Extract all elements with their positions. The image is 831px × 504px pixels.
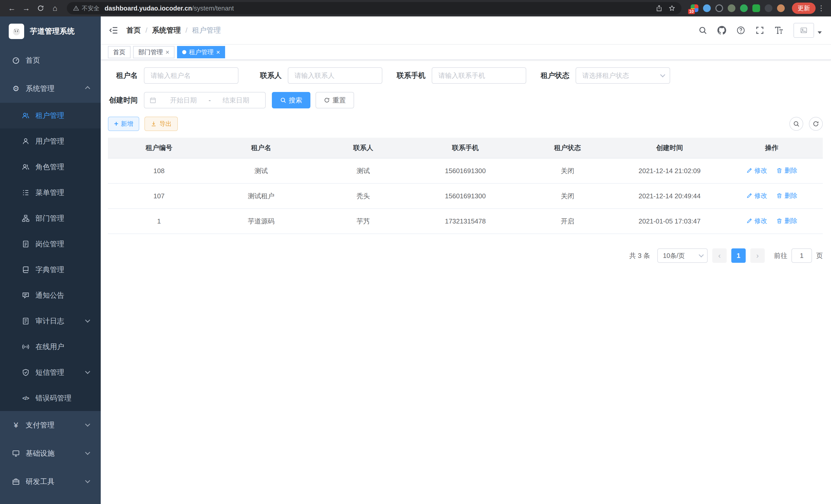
close-icon[interactable]: × — [166, 49, 169, 56]
contact-label: 联系人 — [252, 71, 282, 80]
sidebar-item-user[interactable]: 用户管理 — [0, 128, 101, 154]
extension-icon[interactable] — [740, 4, 748, 12]
header-search-icon[interactable] — [698, 26, 707, 35]
bookmark-star-icon[interactable] — [668, 5, 675, 11]
extension-icon[interactable]: 10 — [691, 4, 698, 12]
extension-badge: 10 — [688, 9, 695, 14]
page-number-button[interactable]: 1 — [731, 248, 746, 263]
add-button[interactable]: + 新增 — [108, 117, 139, 131]
home-icon[interactable]: ⌂ — [48, 2, 62, 15]
sidebar-item-menu[interactable]: 菜单管理 — [0, 180, 101, 206]
github-icon[interactable] — [717, 26, 726, 35]
avatar — [794, 23, 814, 38]
sidebar-item-audit-log[interactable]: 审计日志 — [0, 308, 101, 334]
table-row: 108 测试 测试 15601691300 关闭 2021-12-14 21:0… — [108, 158, 823, 183]
toggle-search-button[interactable] — [790, 117, 803, 131]
close-icon[interactable]: × — [216, 49, 220, 56]
sidebar-item-dev-tools[interactable]: 研发工具 — [0, 468, 101, 496]
extension-icon[interactable] — [728, 4, 736, 12]
extension-icon[interactable] — [765, 4, 772, 12]
edit-link[interactable]: 修改 — [746, 216, 767, 225]
cell-status: 关闭 — [516, 158, 619, 183]
breadcrumb-item[interactable]: 首页 — [126, 25, 141, 35]
reload-icon[interactable] — [34, 2, 47, 15]
security-status[interactable]: 不安全 — [73, 4, 99, 12]
extension-icon[interactable] — [715, 4, 723, 12]
pagination-total: 共 3 条 — [629, 251, 650, 260]
sidebar-item-tenant[interactable]: 租户管理 — [0, 103, 101, 128]
profile-avatar-icon[interactable] — [777, 4, 785, 12]
back-icon[interactable]: ← — [5, 2, 19, 15]
cell-name: 芋道源码 — [210, 209, 312, 234]
share-icon[interactable] — [656, 5, 662, 11]
prev-page-button[interactable]: ‹ — [712, 248, 727, 263]
sidebar-item-online-users[interactable]: 在线用户 — [0, 334, 101, 360]
sidebar-item-system[interactable]: ⚙ 系统管理 — [0, 75, 101, 103]
edit-icon — [746, 192, 752, 199]
sidebar-item-sms[interactable]: 短信管理 — [0, 360, 101, 385]
infrastructure-icon — [12, 449, 20, 457]
cell-contact: 芋艿 — [312, 209, 414, 234]
sidebar-item-infrastructure[interactable]: 基础设施 — [0, 439, 101, 468]
refresh-table-button[interactable] — [809, 117, 823, 131]
app-logo-row[interactable]: 芋道管理系统 — [0, 17, 101, 46]
user-avatar-menu[interactable] — [794, 23, 822, 38]
delete-link[interactable]: 删除 — [776, 191, 797, 200]
goto-page-input[interactable] — [792, 248, 812, 263]
tenant-name-input[interactable] — [144, 67, 238, 84]
sidebar-item-label: 用户管理 — [35, 137, 64, 146]
tag-dept[interactable]: 部门管理 × — [133, 46, 174, 58]
sidebar-collapse-icon[interactable] — [109, 26, 118, 35]
sidebar-item-role[interactable]: 角色管理 — [0, 154, 101, 180]
column-header: 联系手机 — [414, 138, 516, 158]
edit-link[interactable]: 修改 — [746, 191, 767, 200]
app-title: 芋道管理系统 — [30, 26, 75, 36]
announcement-icon — [22, 291, 30, 299]
trash-icon — [776, 192, 782, 199]
online-users-icon — [22, 343, 30, 351]
tag-tenant[interactable]: 租户管理 × — [177, 46, 225, 58]
sidebar-item-home[interactable]: 首页 — [0, 46, 101, 75]
sidebar-item-notice[interactable]: 通知公告 — [0, 283, 101, 308]
font-size-icon[interactable] — [774, 26, 783, 35]
sidebar-item-dept[interactable]: 部门管理 — [0, 206, 101, 231]
extension-icon[interactable] — [752, 4, 760, 12]
sidebar-item-label: 错误码管理 — [35, 393, 71, 403]
delete-link[interactable]: 删除 — [776, 166, 797, 175]
create-time-range-picker[interactable]: 开始日期 - 结束日期 — [144, 92, 266, 109]
tag-home[interactable]: 首页 — [108, 46, 131, 58]
next-page-button[interactable]: › — [750, 248, 765, 263]
cell-created: 2021-01-05 17:03:47 — [619, 209, 720, 234]
export-button[interactable]: 导出 — [144, 117, 178, 131]
tenant-status-select[interactable]: 请选择租户状态 — [576, 67, 670, 84]
cell-created: 2021-12-14 20:49:44 — [619, 183, 720, 209]
extension-icon[interactable] — [703, 4, 711, 12]
breadcrumb-item[interactable]: 系统管理 — [152, 25, 181, 35]
sidebar-item-post[interactable]: 岗位管理 — [0, 231, 101, 257]
tenant-name-label: 租户名 — [108, 71, 138, 80]
sidebar-item-label: 系统管理 — [26, 84, 55, 93]
sidebar-item-label: 审计日志 — [35, 316, 64, 326]
address-bar[interactable]: 不安全 dashboard.yudao.iocoder.cn/system/te… — [67, 2, 682, 14]
browser-menu-icon[interactable]: ⋮ — [816, 2, 826, 15]
sidebar-item-payment[interactable]: ¥ 支付管理 — [0, 411, 101, 439]
contact-input[interactable] — [288, 67, 382, 84]
browser-update-button[interactable]: 更新 — [792, 3, 815, 14]
fullscreen-icon[interactable] — [755, 26, 764, 35]
page-size-select[interactable]: 10条/页 — [657, 248, 708, 263]
phone-input[interactable] — [432, 67, 526, 84]
cell-actions: 修改 删除 — [721, 183, 823, 209]
forward-icon[interactable]: → — [20, 2, 33, 15]
edit-link[interactable]: 修改 — [746, 166, 767, 175]
status-label: 租户状态 — [540, 71, 569, 80]
reset-button[interactable]: 重置 — [316, 92, 354, 109]
search-button[interactable]: 搜索 — [272, 92, 310, 109]
sidebar-item-error-code[interactable]: </> 错误码管理 — [0, 385, 101, 411]
delete-link[interactable]: 删除 — [776, 216, 797, 225]
search-icon — [793, 120, 800, 127]
refresh-icon — [812, 120, 819, 127]
sidebar-item-dict[interactable]: 字典管理 — [0, 257, 101, 283]
help-icon[interactable] — [737, 26, 745, 35]
caret-down-icon — [818, 31, 822, 34]
column-header: 租户名 — [210, 138, 312, 158]
